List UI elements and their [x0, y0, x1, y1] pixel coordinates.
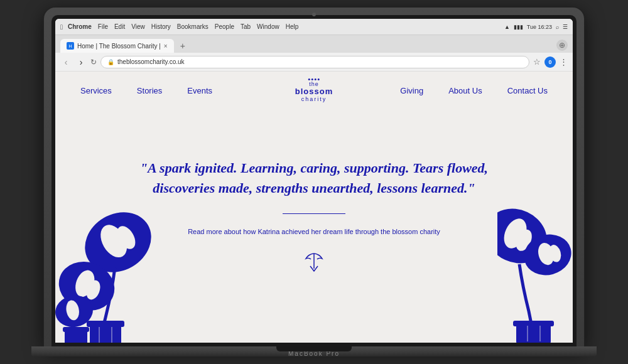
tab-favicon: H [67, 42, 74, 50]
camera-dot [312, 13, 316, 16]
tab-title: Home | The Blossom Charity | [77, 43, 161, 50]
divider [283, 213, 345, 215]
screen-content:  Chrome File Edit View History Bookmark… [55, 19, 573, 343]
lock-icon: 🔒 [107, 59, 114, 65]
laptop-bottom-bar: MacBook Pro [31, 346, 597, 356]
macos-menubar:  Chrome File Edit View History Bookmark… [55, 19, 573, 35]
menu-people[interactable]: People [215, 23, 234, 30]
menu-file[interactable]: File [98, 23, 108, 30]
nav-services[interactable]: Services [80, 86, 112, 95]
maximize-icon: ⊕ [559, 41, 565, 50]
nav-about-us[interactable]: About Us [448, 86, 482, 95]
menu-bookmarks[interactable]: Bookmarks [177, 23, 208, 30]
svg-rect-21 [513, 321, 554, 326]
menu-history[interactable]: History [151, 23, 171, 30]
browser-menu-button[interactable]: ⋮ [560, 57, 568, 67]
menu-tab[interactable]: Tab [241, 23, 251, 30]
apple-icon:  [60, 23, 63, 31]
macos-menu-items: Chrome File Edit View History Bookmarks … [68, 23, 298, 30]
hero-subtext: Read more about how Katrina achieved her… [188, 227, 440, 237]
plant-decoration-left [55, 192, 156, 343]
window-control[interactable]: ⊕ [556, 40, 568, 51]
logo-decorative-dots [308, 78, 320, 80]
laptop-shell:  Chrome File Edit View History Bookmark… [44, 8, 584, 346]
svg-rect-20 [516, 324, 551, 343]
notifications-icon[interactable]: ☰ [563, 24, 568, 30]
hero-quote: "A spark ignited. Learning, caring, supp… [132, 158, 496, 198]
menu-view[interactable]: View [131, 23, 145, 30]
nav-stories[interactable]: Stories [137, 86, 162, 95]
browser-chrome: H Home | The Blossom Charity | × + ⊕ [55, 35, 573, 72]
tab-bar: H Home | The Blossom Charity | × + ⊕ [55, 35, 573, 53]
nav-contact-us[interactable]: Contact Us [507, 86, 548, 95]
bookmark-icon[interactable]: ☆ [533, 57, 541, 67]
site-logo[interactable]: the blossom charity [295, 78, 333, 102]
tab-close-button[interactable]: × [164, 43, 168, 50]
logo-text-charity: charity [301, 96, 327, 102]
plant-decoration-right [497, 192, 573, 343]
profile-button[interactable]: 0 [544, 56, 556, 68]
menu-help[interactable]: Help [286, 23, 299, 30]
reload-button[interactable]: ↻ [90, 58, 97, 67]
address-bar: ‹ › ↻ 🔒 theblossomcharity.co.uk ☆ 0 ⋮ [55, 53, 573, 72]
nav-giving[interactable]: Giving [400, 86, 423, 95]
screen-bezel:  Chrome File Edit View History Bookmark… [51, 15, 577, 346]
new-tab-button[interactable]: + [176, 41, 189, 51]
menu-window[interactable]: Window [257, 23, 279, 30]
url-text: theblossomcharity.co.uk [117, 58, 185, 65]
laptop-notch [276, 346, 352, 351]
nav-right: Giving About Us Contact Us [400, 86, 548, 95]
time-display: Tue 16:23 [527, 24, 552, 30]
logo-text-blossom: blossom [295, 87, 333, 96]
website-viewport: Services Stories Events the [55, 72, 573, 343]
scroll-arrow[interactable] [305, 252, 323, 275]
svg-rect-13 [63, 327, 89, 332]
system-icons: ▲ ▮▮▮ Tue 16:23 ⌕ ☰ [504, 24, 568, 30]
battery-icon: ▮▮▮ [514, 24, 523, 30]
nav-left: Services Stories Events [80, 86, 212, 95]
menu-edit[interactable]: Edit [114, 23, 125, 30]
url-input[interactable]: 🔒 theblossomcharity.co.uk [100, 56, 529, 68]
wifi-icon: ▲ [504, 24, 510, 30]
svg-rect-7 [87, 321, 124, 327]
forward-button[interactable]: › [75, 57, 87, 67]
nav-events[interactable]: Events [187, 86, 212, 95]
back-button[interactable]: ‹ [60, 57, 72, 67]
site-navigation: Services Stories Events the [55, 72, 573, 109]
active-tab[interactable]: H Home | The Blossom Charity | × [60, 39, 174, 53]
search-icon[interactable]: ⌕ [556, 24, 559, 30]
hero-section: "A spark ignited. Learning, caring, supp… [55, 109, 573, 343]
menu-chrome[interactable]: Chrome [68, 23, 92, 30]
